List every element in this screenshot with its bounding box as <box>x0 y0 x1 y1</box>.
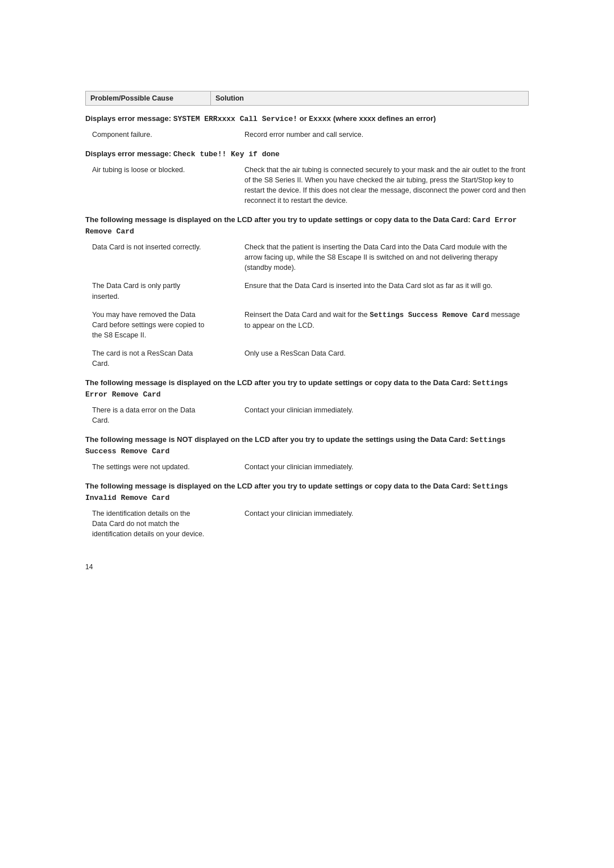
section3-solution2: Ensure that the Data Card is inserted in… <box>210 279 529 302</box>
section1-cause1: Component failure. <box>85 128 210 141</box>
section1-heading-or: or <box>297 114 309 123</box>
section1-row1: Component failure. Record error number a… <box>85 128 529 141</box>
section5-solution1: Contact your clinician immediately. <box>210 461 529 473</box>
section5-row1: The settings were not updated. Contact y… <box>85 461 529 473</box>
section2-cause1: Air tubing is loose or blocked. <box>85 164 210 207</box>
section1-heading-exxxx: Exxxx <box>309 115 331 123</box>
section3-cause4: The card is not a ResScan Data Card. <box>85 347 210 370</box>
section3-row4: The card is not a ResScan Data Card. Onl… <box>85 347 529 370</box>
section3-row3: You may have removed the Data Card befor… <box>85 308 529 341</box>
section3-row2: The Data Card is only partly inserted. E… <box>85 279 529 302</box>
section2-row1: Air tubing is loose or blocked. Check th… <box>85 164 529 207</box>
section3-cause1: Data Card is not inserted correctly. <box>85 241 210 274</box>
section2-heading: Displays error message: Check tube!! Key… <box>85 149 529 160</box>
section5-heading: The following message is NOT displayed o… <box>85 435 529 457</box>
section6-cause1: The identification details on the Data C… <box>85 507 210 540</box>
section6-solution1: Contact your clinician immediately. <box>210 507 529 540</box>
section4-row1: There is a data error on the Data Card. … <box>85 404 529 427</box>
section3-heading-plain: The following message is displayed on th… <box>85 215 472 224</box>
section3-row1: Data Card is not inserted correctly. Che… <box>85 241 529 274</box>
section3-solution1: Check that the patient is inserting the … <box>210 241 529 274</box>
section3-solution3: Reinsert the Data Card and wait for the … <box>210 308 529 341</box>
section1-solution1: Record error number and call service. <box>210 128 529 141</box>
page-number: 14 <box>85 563 529 571</box>
section3-cause2: The Data Card is only partly inserted. <box>85 279 210 302</box>
section6-heading: The following message is displayed on th… <box>85 481 529 504</box>
page-content: Problem/Possible Cause Solution Displays… <box>85 0 529 616</box>
section1-heading-code: SYSTEM ERRxxxx Call Service! <box>173 115 297 123</box>
section6-row1: The identification details on the Data C… <box>85 507 529 540</box>
table-header: Problem/Possible Cause Solution <box>85 91 529 106</box>
section1-heading-plain: Displays error message: <box>85 114 173 123</box>
section2-heading-plain: Displays error message: <box>85 149 173 158</box>
section2-heading-code: Check tube!! Key if done <box>173 150 280 158</box>
section2-solution1: Check that the air tubing is connected s… <box>210 164 529 207</box>
section5-heading-plain: The following message is NOT displayed o… <box>85 435 470 444</box>
section4-heading: The following message is displayed on th… <box>85 378 529 400</box>
section5-cause1: The settings were not updated. <box>85 461 210 473</box>
section4-heading-plain: The following message is displayed on th… <box>85 378 472 387</box>
section4-cause1: There is a data error on the Data Card. <box>85 404 210 427</box>
section1-heading-suffix: (where xxxx defines an error) <box>331 114 435 123</box>
header-solution: Solution <box>211 91 528 105</box>
section4-solution1: Contact your clinician immediately. <box>210 404 529 427</box>
section1-heading: Displays error message: SYSTEM ERRxxxx C… <box>85 114 529 125</box>
section6-heading-plain: The following message is displayed on th… <box>85 482 472 490</box>
section3-solution4: Only use a ResScan Data Card. <box>210 347 529 370</box>
header-cause: Problem/Possible Cause <box>86 91 211 105</box>
section3-heading: The following message is displayed on th… <box>85 215 529 237</box>
section3-solution3-bold: Settings Success Remove Card <box>370 311 489 319</box>
section3-cause3: You may have removed the Data Card befor… <box>85 308 210 341</box>
